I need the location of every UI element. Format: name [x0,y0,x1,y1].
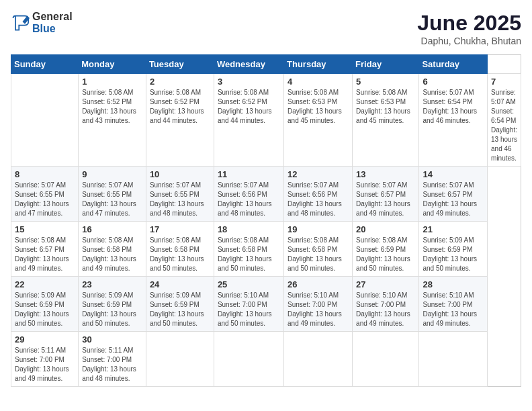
calendar-cell: 5Sunrise: 5:08 AMSunset: 6:53 PMDaylight… [353,74,419,167]
daylight-text: Daylight: 13 hours and 50 minutes. [150,255,204,272]
calendar-cell: 6Sunrise: 5:07 AMSunset: 6:54 PMDaylight… [419,74,488,167]
sunset-text: Sunset: 6:57 PM [356,191,406,198]
sunset-text: Sunset: 6:55 PM [82,191,132,198]
sunrise-text: Sunrise: 5:07 AM [423,181,474,189]
calendar-cell: 4Sunrise: 5:08 AMSunset: 6:53 PMDaylight… [284,74,353,167]
calendar-cell: 16Sunrise: 5:08 AMSunset: 6:58 PMDayligh… [79,222,146,277]
logo-general: General [32,11,73,22]
daylight-text: Daylight: 13 hours and 49 minutes. [82,255,136,272]
sunrise-text: Sunrise: 5:08 AM [287,89,339,96]
day-info: Sunrise: 5:08 AMSunset: 6:58 PMDaylight:… [218,236,280,273]
calendar-cell: 19Sunrise: 5:08 AMSunset: 6:58 PMDayligh… [284,222,353,277]
header: General Blue June 2025 Daphu, Chukha, Bh… [11,11,521,46]
daylight-text: Daylight: 13 hours and 47 minutes. [82,200,136,217]
sunset-text: Sunset: 7:00 PM [356,301,406,308]
day-info: Sunrise: 5:11 AMSunset: 7:00 PMDaylight:… [15,346,75,383]
daylight-text: Daylight: 13 hours and 50 minutes. [287,255,342,272]
sunrise-text: Sunrise: 5:08 AM [82,236,133,244]
day-info: Sunrise: 5:10 AMSunset: 7:00 PMDaylight:… [423,291,484,328]
day-info: Sunrise: 5:09 AMSunset: 6:59 PMDaylight:… [423,236,484,273]
subtitle: Daphu, Chukha, Bhutan [417,36,521,46]
calendar-cell [146,332,214,387]
calendar-cell: 30Sunrise: 5:11 AMSunset: 7:00 PMDayligh… [79,332,146,387]
day-info: Sunrise: 5:08 AMSunset: 6:58 PMDaylight:… [150,236,210,273]
daylight-text: Daylight: 13 hours and 44 minutes. [150,107,204,124]
sunset-text: Sunset: 6:58 PM [82,246,132,253]
daylight-text: Daylight: 13 hours and 50 minutes. [218,255,272,272]
calendar-cell: 3Sunrise: 5:08 AMSunset: 6:52 PMDaylight… [214,74,283,167]
calendar-cell: 24Sunrise: 5:09 AMSunset: 6:59 PMDayligh… [146,277,214,332]
sunset-text: Sunset: 6:58 PM [287,246,337,253]
header-tuesday: Tuesday [146,55,214,74]
day-info: Sunrise: 5:10 AMSunset: 7:00 PMDaylight:… [356,291,415,328]
day-number: 24 [150,279,210,289]
sunset-text: Sunset: 6:53 PM [287,98,337,105]
day-number: 22 [15,279,75,289]
day-info: Sunrise: 5:07 AMSunset: 6:57 PMDaylight:… [356,181,415,218]
daylight-text: Daylight: 13 hours and 48 minutes. [82,365,136,382]
day-info: Sunrise: 5:07 AMSunset: 6:56 PMDaylight:… [287,181,349,218]
sunrise-text: Sunrise: 5:09 AM [82,291,133,299]
day-number: 6 [423,77,484,87]
day-number: 8 [15,169,75,179]
day-number: 15 [15,224,75,234]
calendar-table: Sunday Monday Tuesday Wednesday Thursday… [11,54,521,387]
day-info: Sunrise: 5:07 AMSunset: 6:55 PMDaylight:… [150,181,210,218]
day-number: 4 [287,77,349,87]
logo-blue: Blue [32,23,56,34]
sunset-text: Sunset: 6:56 PM [218,191,267,198]
calendar-cell: 28Sunrise: 5:10 AMSunset: 7:00 PMDayligh… [419,277,488,332]
sunset-text: Sunset: 6:59 PM [423,246,472,253]
day-number: 7 [491,77,517,87]
day-number: 19 [287,224,349,234]
calendar-cell: 17Sunrise: 5:08 AMSunset: 6:58 PMDayligh… [146,222,214,277]
day-number: 18 [218,224,280,234]
sunrise-text: Sunrise: 5:08 AM [150,89,201,96]
day-info: Sunrise: 5:07 AMSunset: 6:57 PMDaylight:… [423,181,484,218]
day-info: Sunrise: 5:09 AMSunset: 6:59 PMDaylight:… [150,291,210,328]
header-row: Sunday Monday Tuesday Wednesday Thursday… [11,55,521,74]
sunset-text: Sunset: 6:59 PM [356,246,406,253]
sunrise-text: Sunrise: 5:07 AM [218,181,269,189]
day-number: 10 [150,169,210,179]
day-info: Sunrise: 5:08 AMSunset: 6:58 PMDaylight:… [82,236,142,273]
sunrise-text: Sunrise: 5:08 AM [356,236,407,244]
day-number: 30 [82,334,142,345]
calendar-cell: 8Sunrise: 5:07 AMSunset: 6:55 PMDaylight… [11,167,79,222]
sunset-text: Sunset: 6:55 PM [15,191,64,198]
sunrise-text: Sunrise: 5:08 AM [15,236,66,244]
main-title: June 2025 [417,11,521,36]
calendar-cell: 10Sunrise: 5:07 AMSunset: 6:55 PMDayligh… [146,167,214,222]
day-info: Sunrise: 5:08 AMSunset: 6:53 PMDaylight:… [287,88,349,126]
calendar-cell [419,332,488,387]
day-info: Sunrise: 5:08 AMSunset: 6:52 PMDaylight:… [150,88,210,126]
sunset-text: Sunset: 6:59 PM [15,301,64,308]
calendar-cell: 29Sunrise: 5:11 AMSunset: 7:00 PMDayligh… [11,332,79,387]
sunrise-text: Sunrise: 5:08 AM [218,89,269,96]
calendar-cell [284,332,353,387]
calendar-cell [11,74,79,167]
header-saturday: Saturday [419,55,488,74]
sunrise-text: Sunrise: 5:07 AM [82,181,133,189]
sunset-text: Sunset: 6:54 PM [491,107,516,124]
daylight-text: Daylight: 13 hours and 48 minutes. [218,200,272,217]
calendar-week-2: 8Sunrise: 5:07 AMSunset: 6:55 PMDaylight… [11,167,521,222]
header-thursday: Thursday [284,55,353,74]
sunrise-text: Sunrise: 5:10 AM [356,291,407,299]
sunset-text: Sunset: 6:59 PM [150,301,200,308]
sunrise-text: Sunrise: 5:10 AM [423,291,474,299]
daylight-text: Daylight: 13 hours and 50 minutes. [150,310,204,327]
calendar-cell: 15Sunrise: 5:08 AMSunset: 6:57 PMDayligh… [11,222,79,277]
daylight-text: Daylight: 13 hours and 46 minutes. [491,126,517,162]
sunset-text: Sunset: 6:54 PM [423,98,472,105]
calendar-cell: 23Sunrise: 5:09 AMSunset: 6:59 PMDayligh… [79,277,146,332]
sunset-text: Sunset: 6:57 PM [423,191,472,198]
calendar-cell: 18Sunrise: 5:08 AMSunset: 6:58 PMDayligh… [214,222,283,277]
calendar-week-5: 29Sunrise: 5:11 AMSunset: 7:00 PMDayligh… [11,332,521,387]
day-info: Sunrise: 5:09 AMSunset: 6:59 PMDaylight:… [15,291,75,328]
sunrise-text: Sunrise: 5:08 AM [356,89,407,96]
day-number: 26 [287,279,349,289]
sunset-text: Sunset: 7:00 PM [15,356,64,363]
day-number: 3 [218,77,280,87]
calendar-week-3: 15Sunrise: 5:08 AMSunset: 6:57 PMDayligh… [11,222,521,277]
